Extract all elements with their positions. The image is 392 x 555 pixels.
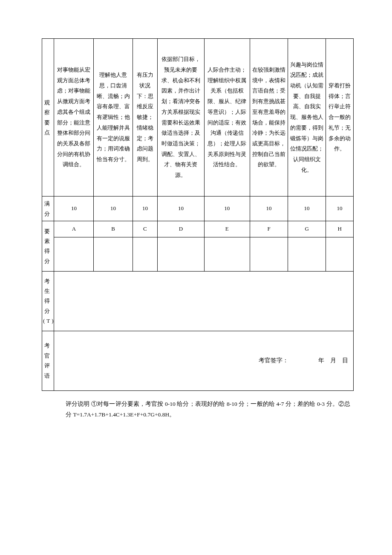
elem-c7: G <box>288 221 326 237</box>
obs-c1: 对事物能从宏观方面总体考虑；对事物能从微观方面考虑其各个组成部分；能注意整体和部… <box>54 39 94 197</box>
scoring-table: 观察要点 对事物能从宏观方面总体考虑；对事物能从微观方面考虑其各个组成部分；能注… <box>42 38 354 391</box>
row-label-remark: 考官评语 <box>42 331 54 390</box>
elem-blank-c1 <box>54 237 94 271</box>
elem-c1: A <box>54 221 94 237</box>
row-candidate-score: 考生得分(T) <box>42 271 354 331</box>
elem-c3: C <box>133 221 158 237</box>
row-label-element: 要素得分 <box>42 221 54 272</box>
row-label-fullscore: 满分 <box>42 197 54 221</box>
obs-c5: 人际合作主动；理解组织中权属关系（包括权限、服从、纪律等意识）；人际间的适应；有… <box>204 39 250 197</box>
full-c1: 10 <box>54 197 94 221</box>
elem-blank-c3 <box>133 237 158 271</box>
full-c3: 10 <box>133 197 158 221</box>
full-c2: 10 <box>94 197 133 221</box>
elem-blank-c2 <box>94 237 133 271</box>
obs-c4: 依据部门目标，预见未来的要求、机会和不利因素，并作出计划；看清冲突各方关系根据现… <box>158 39 204 197</box>
row-element-blank <box>42 237 354 271</box>
elem-c6: F <box>250 221 288 237</box>
full-c4: 10 <box>158 197 204 221</box>
elem-c5: E <box>204 221 250 237</box>
row-label-candidate: 考生得分(T) <box>42 271 54 331</box>
obs-c3: 有压力状况下：思维反应敏捷；情绪稳定；考虑问题周到。 <box>133 39 158 197</box>
elem-blank-c5 <box>204 237 250 271</box>
elem-c4: D <box>158 221 204 237</box>
row-examiner-remark: 考官评语 考官签字： 年 月 日 <box>42 331 354 390</box>
elem-blank-c6 <box>250 237 288 271</box>
obs-c8: 穿着打扮得体；言行举止符合一般的礼节；无多余的动作。 <box>326 39 354 197</box>
elem-blank-c7 <box>288 237 326 271</box>
obs-c2: 理解他人意思，口齿清晰、流畅；内容有条理、富有逻辑性；他人能理解并具有一定的说服… <box>94 39 133 197</box>
row-label-observation: 观察要点 <box>42 39 54 197</box>
full-c5: 10 <box>204 197 250 221</box>
elem-c8: H <box>326 221 354 237</box>
row-fullscore: 满分 10 10 10 10 10 10 10 10 <box>42 197 354 221</box>
elem-blank-c4 <box>158 237 204 271</box>
obs-c6: 在较强刺激情境中，表情和言语自然；受到有意挑战甚至有意羞辱的场合，能保持冷静；为… <box>250 39 288 197</box>
signature-cell: 考官签字： 年 月 日 <box>54 331 354 390</box>
elem-blank-c8 <box>326 237 354 271</box>
full-c6: 10 <box>250 197 288 221</box>
full-c8: 10 <box>326 197 354 221</box>
row-element-letters: 要素得分 A B C D E F G H <box>42 221 354 237</box>
scoring-notes: 评分说明 ①对每一评分要素，考官按 0-10 给分；表现好的给 8-10 分；一… <box>42 391 354 420</box>
full-c7: 10 <box>288 197 326 221</box>
obs-c7: 兴趣与岗位情况匹配；成就动机（认知需要、自我提高、自我实现、服务他人的需要，得到… <box>288 39 326 197</box>
candidate-score-cell <box>54 271 354 331</box>
elem-c2: B <box>94 221 133 237</box>
row-observation: 观察要点 对事物能从宏观方面总体考虑；对事物能从微观方面考虑其各个组成部分；能注… <box>42 39 354 197</box>
